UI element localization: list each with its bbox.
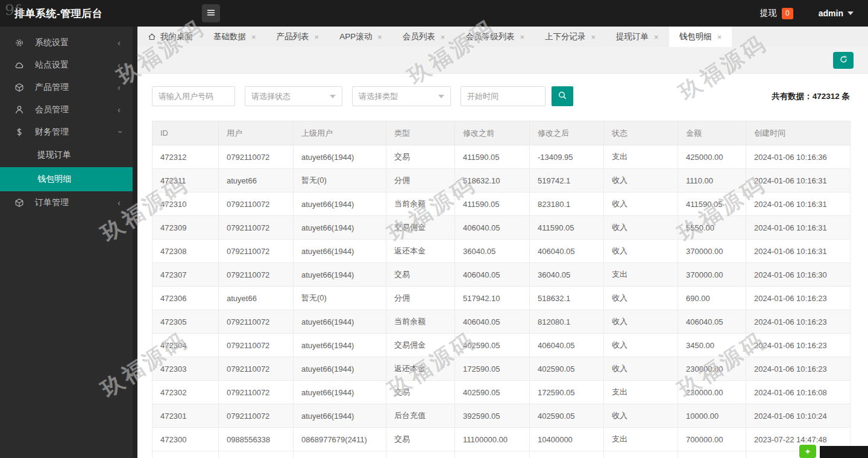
table-cell: 分佣 bbox=[386, 287, 455, 310]
status-select[interactable]: 请选择状态 bbox=[245, 86, 342, 106]
sidebar-item-label: 产品管理 bbox=[35, 82, 69, 93]
table-cell bbox=[530, 451, 604, 458]
table-row: 4723020792110072atuyet66(1944)交易402590.0… bbox=[153, 381, 851, 404]
table-cell: 分佣 bbox=[386, 169, 455, 192]
search-button[interactable] bbox=[552, 86, 573, 106]
table-cell: 2024-01-06 10:16:31 bbox=[746, 216, 851, 240]
sidebar-scrollbar[interactable] bbox=[133, 27, 137, 458]
tab-label: 我的桌面 bbox=[160, 31, 193, 42]
close-icon[interactable]: × bbox=[377, 33, 382, 41]
chevron-down-icon: ‹ bbox=[115, 130, 124, 133]
table-cell: 700000.00 bbox=[678, 428, 746, 451]
column-header: ID bbox=[153, 121, 219, 145]
sidebar-item-7[interactable]: 订单管理‹ bbox=[0, 191, 133, 214]
table-cell: atuyet66 bbox=[219, 287, 294, 310]
tab-6[interactable]: 上下分记录× bbox=[535, 27, 606, 47]
type-select[interactable]: 请选择类型 bbox=[352, 86, 451, 106]
tab-4[interactable]: 会员列表× bbox=[392, 27, 456, 47]
table-cell: 0792110072 bbox=[219, 240, 294, 263]
table-cell: 收入 bbox=[604, 357, 678, 381]
column-header: 创建时间 bbox=[746, 121, 851, 145]
close-icon[interactable]: × bbox=[315, 33, 319, 41]
sidebar-item-0[interactable]: 系统设置‹ bbox=[0, 31, 133, 54]
table-cell: 5550.00 bbox=[678, 216, 746, 240]
table-cell: 暂无(0) bbox=[294, 169, 386, 192]
table-cell: 2024-01-06 10:16:31 bbox=[746, 240, 851, 263]
close-icon[interactable]: × bbox=[520, 33, 524, 41]
table-cell: 交易佣金 bbox=[386, 216, 455, 240]
table-cell: 472302 bbox=[153, 381, 219, 404]
chevron-left-icon: ‹ bbox=[118, 38, 121, 47]
start-time-input[interactable] bbox=[461, 86, 546, 106]
tab-7[interactable]: 提现订单× bbox=[606, 27, 669, 47]
sidebar-item-6[interactable]: 钱包明细 bbox=[0, 167, 133, 191]
close-icon[interactable]: × bbox=[717, 33, 722, 41]
sidebar-item-label: 站点设置 bbox=[35, 60, 69, 71]
close-icon[interactable]: × bbox=[441, 33, 445, 41]
user-dropdown[interactable]: admin bbox=[819, 8, 854, 18]
close-icon[interactable]: × bbox=[591, 33, 596, 41]
main-area: 我的桌面基础数据×产品列表×APP滚动×会员列表×会员等级列表×上下分记录×提现… bbox=[137, 27, 868, 458]
table-cell: 406040.05 bbox=[455, 216, 530, 240]
top-header: 排单系统-管理后台 提现 0 admin bbox=[0, 0, 868, 27]
tab-3[interactable]: APP滚动× bbox=[329, 27, 392, 47]
close-icon[interactable]: × bbox=[654, 33, 659, 41]
withdraw-menu-item[interactable]: 提现 0 bbox=[760, 8, 793, 19]
table-cell bbox=[604, 451, 678, 458]
table-cell: 472301 bbox=[153, 404, 219, 428]
hamburger-menu-button[interactable] bbox=[202, 4, 220, 22]
table-cell: atuyet66 bbox=[219, 169, 294, 192]
cube-icon bbox=[14, 198, 24, 208]
filter-row: 请选择状态 请选择类型 共有数据：472312 条 bbox=[152, 86, 850, 106]
sidebar-item-1[interactable]: 站点设置‹ bbox=[0, 54, 133, 76]
table-cell: 402590.05 bbox=[455, 381, 530, 404]
table-cell: 0792110072 bbox=[219, 404, 294, 428]
sidebar-item-2[interactable]: 产品管理‹ bbox=[0, 76, 133, 98]
table-cell: 后台充值 bbox=[386, 404, 455, 428]
table-cell: 当前余额 bbox=[386, 310, 455, 334]
sidebar-item-label: 提现订单 bbox=[37, 150, 71, 161]
chat-widget-icon[interactable]: ✦ bbox=[799, 445, 816, 458]
table-cell: 2024-01-06 10:16:23 bbox=[746, 287, 851, 310]
table-row: 472311atuyet66暂无(0)分佣518632.10519742.1收入… bbox=[153, 169, 851, 192]
tab-5[interactable]: 会员等级列表× bbox=[455, 27, 535, 47]
tab-2[interactable]: 产品列表× bbox=[266, 27, 330, 47]
table-cell: 518632.1 bbox=[530, 287, 604, 310]
table-cell: atuyet66(1944) bbox=[294, 404, 386, 428]
table-cell: 411590.05 bbox=[455, 192, 530, 216]
table-cell: 472307 bbox=[153, 263, 219, 287]
table-cell: 370000.00 bbox=[678, 240, 746, 263]
table-cell: 10000.00 bbox=[678, 404, 746, 428]
user-icon bbox=[14, 105, 24, 115]
table-cell: 收入 bbox=[604, 192, 678, 216]
table-cell: 交易佣金 bbox=[386, 334, 455, 357]
user-number-input[interactable] bbox=[152, 86, 235, 106]
floating-contact-widget[interactable]: ✦ bbox=[799, 445, 868, 458]
tab-8[interactable]: 钱包明细× bbox=[669, 27, 732, 47]
sidebar-item-5[interactable]: 提现订单 bbox=[0, 143, 133, 167]
chat-widget-bar[interactable] bbox=[820, 446, 868, 458]
tab-label: 基础数据 bbox=[213, 31, 246, 42]
sidebar-item-4[interactable]: 财务管理‹ bbox=[0, 121, 133, 143]
table-row: 4723090792110072atuyet66(1944)交易佣金406040… bbox=[153, 216, 851, 240]
table-cell: 支出 bbox=[604, 428, 678, 451]
table-cell: 411590.05 bbox=[530, 216, 604, 240]
tab-0[interactable]: 我的桌面 bbox=[137, 27, 203, 47]
table-cell: atuyet66(1944) bbox=[294, 310, 386, 334]
table-cell: 收入 bbox=[604, 169, 678, 192]
table-cell: 2024-01-06 10:16:31 bbox=[746, 169, 851, 192]
table-cell: 0792110072 bbox=[219, 216, 294, 240]
tab-1[interactable]: 基础数据× bbox=[203, 27, 266, 47]
table-cell: 472304 bbox=[153, 334, 219, 357]
sidebar-item-3[interactable]: 会员管理‹ bbox=[0, 98, 133, 121]
table-cell: 当前余额 bbox=[386, 192, 455, 216]
table-row: 4723100792110072atuyet66(1944)当前余额411590… bbox=[153, 192, 851, 216]
table-cell: 1110.00 bbox=[678, 169, 746, 192]
type-select-placeholder: 请选择类型 bbox=[359, 91, 398, 102]
withdraw-label: 提现 bbox=[760, 8, 777, 19]
table-cell: 406040.05 bbox=[530, 240, 604, 263]
sidebar-item-label: 会员管理 bbox=[35, 104, 69, 115]
close-icon[interactable]: × bbox=[251, 33, 256, 41]
table-cell: 472309 bbox=[153, 216, 219, 240]
refresh-button[interactable] bbox=[833, 52, 854, 69]
